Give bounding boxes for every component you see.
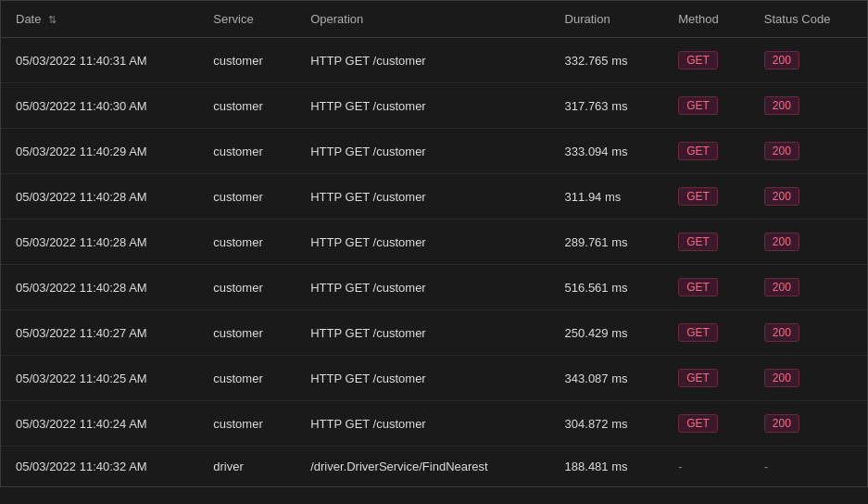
header-status-code: Status Code — [749, 1, 867, 38]
cell-operation: HTTP GET /customer — [296, 356, 549, 401]
cell-operation: HTTP GET /customer — [296, 83, 549, 129]
cell-duration: 333.094 ms — [550, 129, 664, 174]
cell-duration: 188.481 ms — [550, 447, 664, 487]
status-badge: 200 — [764, 233, 799, 251]
header-service: Service — [198, 1, 296, 38]
cell-status-code: 200 — [749, 310, 867, 356]
status-badge: 200 — [764, 96, 799, 115]
cell-operation: HTTP GET /customer — [296, 220, 549, 265]
table-row[interactable]: 05/03/2022 11:40:28 AMcustomerHTTP GET /… — [1, 174, 867, 220]
method-badge: GET — [678, 142, 718, 160]
cell-status-code: 200 — [749, 401, 867, 447]
cell-service: customer — [198, 129, 296, 174]
cell-duration: 250.429 ms — [550, 310, 664, 356]
cell-status-code: 200 — [749, 83, 867, 129]
header-service-label: Service — [213, 12, 253, 26]
cell-status-code: 200 — [749, 356, 867, 401]
cell-operation: HTTP GET /customer — [296, 38, 549, 83]
cell-method: GET — [663, 38, 749, 83]
table-row[interactable]: 05/03/2022 11:40:28 AMcustomerHTTP GET /… — [1, 265, 867, 310]
header-duration: Duration — [550, 1, 664, 38]
cell-duration: 332.765 ms — [550, 38, 664, 83]
cell-date: 05/03/2022 11:40:28 AM — [1, 220, 198, 265]
cell-method: GET — [663, 356, 749, 401]
table-row[interactable]: 05/03/2022 11:40:30 AMcustomerHTTP GET /… — [1, 83, 867, 129]
cell-method: GET — [663, 129, 749, 174]
method-badge: GET — [678, 369, 718, 387]
header-operation: Operation — [296, 1, 549, 38]
header-operation-label: Operation — [310, 12, 363, 26]
cell-date: 05/03/2022 11:40:31 AM — [1, 38, 198, 83]
table-row[interactable]: 05/03/2022 11:40:32 AMdriver/driver.Driv… — [1, 447, 867, 487]
status-badge: 200 — [764, 369, 799, 387]
cell-service: driver — [198, 447, 296, 487]
cell-duration: 516.561 ms — [550, 265, 664, 310]
cell-service: customer — [198, 401, 296, 447]
cell-method: GET — [663, 220, 749, 265]
cell-duration: 317.763 ms — [550, 83, 664, 129]
traces-table: Date ⇅ Service Operation Duration Method… — [1, 1, 867, 486]
cell-method: GET — [663, 83, 749, 129]
cell-service: customer — [198, 265, 296, 310]
method-badge: GET — [678, 187, 718, 206]
status-badge: 200 — [764, 323, 799, 342]
table-row[interactable]: 05/03/2022 11:40:25 AMcustomerHTTP GET /… — [1, 356, 867, 401]
cell-service: customer — [198, 310, 296, 356]
method-badge: GET — [678, 278, 718, 296]
cell-date: 05/03/2022 11:40:27 AM — [1, 310, 198, 356]
cell-service: customer — [198, 83, 296, 129]
status-badge: 200 — [764, 414, 799, 433]
cell-date: 05/03/2022 11:40:25 AM — [1, 356, 198, 401]
cell-operation: /driver.DriverService/FindNearest — [296, 447, 549, 487]
status-badge: 200 — [764, 187, 799, 206]
method-badge: GET — [678, 51, 718, 69]
cell-status-code: 200 — [749, 38, 867, 83]
cell-status-code: 200 — [749, 265, 867, 310]
header-status-code-label: Status Code — [764, 12, 831, 26]
cell-status-code: 200 — [749, 174, 867, 220]
cell-service: customer — [198, 356, 296, 401]
table-row[interactable]: 05/03/2022 11:40:29 AMcustomerHTTP GET /… — [1, 129, 867, 174]
cell-duration: 289.761 ms — [550, 220, 664, 265]
cell-duration: 343.087 ms — [550, 356, 664, 401]
method-badge: GET — [678, 414, 718, 433]
status-dash: - — [764, 460, 768, 473]
cell-service: customer — [198, 220, 296, 265]
header-duration-label: Duration — [565, 12, 610, 26]
table-row[interactable]: 05/03/2022 11:40:28 AMcustomerHTTP GET /… — [1, 220, 867, 265]
cell-status-code: 200 — [749, 220, 867, 265]
status-badge: 200 — [764, 51, 799, 69]
cell-method: GET — [663, 174, 749, 220]
cell-method: GET — [663, 265, 749, 310]
header-date[interactable]: Date ⇅ — [1, 1, 198, 38]
header-method: Method — [663, 1, 749, 38]
cell-date: 05/03/2022 11:40:28 AM — [1, 174, 198, 220]
table-row[interactable]: 05/03/2022 11:40:27 AMcustomerHTTP GET /… — [1, 310, 867, 356]
cell-operation: HTTP GET /customer — [296, 401, 549, 447]
method-badge: GET — [678, 233, 718, 251]
traces-table-container: Date ⇅ Service Operation Duration Method… — [0, 0, 868, 487]
cell-service: customer — [198, 38, 296, 83]
header-date-label: Date — [16, 12, 41, 26]
cell-operation: HTTP GET /customer — [296, 265, 549, 310]
method-badge: GET — [678, 323, 718, 342]
cell-date: 05/03/2022 11:40:32 AM — [1, 447, 198, 487]
cell-method: GET — [663, 310, 749, 356]
cell-operation: HTTP GET /customer — [296, 129, 549, 174]
cell-status-code: 200 — [749, 129, 867, 174]
status-badge: 200 — [764, 278, 799, 296]
table-row[interactable]: 05/03/2022 11:40:31 AMcustomerHTTP GET /… — [1, 38, 867, 83]
cell-duration: 304.872 ms — [550, 401, 664, 447]
table-row[interactable]: 05/03/2022 11:40:24 AMcustomerHTTP GET /… — [1, 401, 867, 447]
status-badge: 200 — [764, 142, 799, 160]
cell-date: 05/03/2022 11:40:30 AM — [1, 83, 198, 129]
method-badge: GET — [678, 96, 718, 115]
method-dash: - — [678, 460, 682, 473]
cell-service: customer — [198, 174, 296, 220]
cell-method: GET — [663, 401, 749, 447]
header-method-label: Method — [678, 12, 718, 26]
cell-date: 05/03/2022 11:40:24 AM — [1, 401, 198, 447]
table-header-row: Date ⇅ Service Operation Duration Method… — [1, 1, 867, 38]
cell-method: - — [663, 447, 749, 487]
cell-date: 05/03/2022 11:40:29 AM — [1, 129, 198, 174]
